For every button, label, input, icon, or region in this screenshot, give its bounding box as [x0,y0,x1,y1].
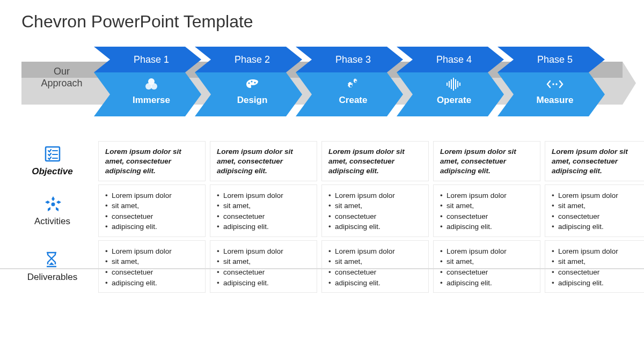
bullet-list: Lorem ipsum dolorsit amet,consectetuerad… [552,190,644,232]
slide-title: Chevron PowerPoint Template [0,0,644,32]
deliverables-cell: Lorem ipsum dolorsit amet,consectetuerad… [545,240,644,293]
bullet-list: Lorem ipsum dolorsit amet,consectetuerad… [552,246,644,288]
svg-point-3 [248,82,250,84]
team-icon [43,195,62,213]
activities-cell: Lorem ipsum dolorsit amet,consectetuerad… [433,184,540,237]
row-label-text: Objective [32,166,73,177]
chevron-diagram: OurApproach Phase 1 Immerse Phase 2 Desi… [0,47,644,123]
objective-cell: Lorem ipsum dolor sit amet, consectetuer… [210,141,317,181]
phase-body: Measure [497,72,605,116]
chevron-phase-3: Phase 3 Create [296,47,403,116]
phase-label: Phase 2 [195,47,302,72]
activities-cell: Lorem ipsum dolorsit amet,consectetuerad… [98,184,206,237]
hourglass-icon [43,250,62,269]
svg-point-16 [555,83,557,85]
bullet-list: Lorem ipsum dolorsit amet,consectetuerad… [328,246,422,288]
bullet-list: Lorem ipsum dolorsit amet,consectetuerad… [105,190,199,232]
svg-point-5 [254,82,255,83]
phase-body: Operate [397,72,504,116]
svg-rect-8 [447,83,448,86]
objective-cell: Lorem ipsum dolor sit amet, consectetuer… [545,141,644,181]
row-label-text: Activities [34,216,70,227]
svg-rect-9 [449,81,450,87]
phase-body: Create [296,72,403,116]
bullet-list: Lorem ipsum dolorsit amet,consectetuerad… [440,246,533,288]
svg-rect-11 [453,78,454,91]
phase-body: Immerse [94,72,201,116]
activities-cell: Lorem ipsum dolorsit amet,consectetuerad… [545,184,644,237]
svg-point-2 [151,83,157,90]
phase-label: Phase 3 [296,47,403,72]
create-icon [303,76,403,93]
deliverables-cell: Lorem ipsum dolorsit amet,consectetuerad… [210,240,317,293]
phase-name: Create [303,95,403,106]
bullet-list: Lorem ipsum dolorsit amet,consectetuerad… [217,246,310,288]
operate-icon [404,76,504,93]
svg-rect-12 [455,79,456,89]
row-label-text: Deliverables [27,272,78,283]
activities-cell: Lorem ipsum dolorsit amet,consectetuerad… [321,184,429,237]
bullet-list: Lorem ipsum dolorsit amet,consectetuerad… [217,190,310,232]
deliverables-cell: Lorem ipsum dolorsit amet,consectetuerad… [98,240,206,293]
phase-name: Measure [505,95,605,106]
chevron-phase-4: Phase 4 Operate [397,47,504,116]
svg-point-21 [51,202,55,206]
svg-rect-10 [451,79,452,89]
svg-rect-13 [457,81,458,87]
phase-name: Design [202,95,302,106]
activities-cell: Lorem ipsum dolorsit amet,consectetuerad… [210,184,317,237]
phase-name: Immerse [101,95,201,106]
row-label-activities: Activities [11,184,94,237]
objective-cell: Lorem ipsum dolor sit amet, consectetuer… [98,141,206,181]
svg-point-4 [251,80,252,82]
chevron-row: Phase 1 Immerse Phase 2 Design Phase 3 [94,47,598,116]
svg-point-7 [350,85,353,87]
chevron-phase-5: Phase 5 Measure [497,47,605,116]
chevron-phase-2: Phase 2 Design [195,47,302,116]
svg-rect-14 [459,83,460,86]
design-icon [202,76,302,93]
phase-label: Phase 5 [497,47,605,72]
row-label-deliverables: Deliverables [11,240,94,293]
deliverables-cell: Lorem ipsum dolorsit amet,consectetuerad… [321,240,429,293]
phase-name: Operate [404,95,504,106]
row-label-objective: Objective [11,141,94,181]
chevron-phase-1: Phase 1 Immerse [94,47,201,116]
bullet-list: Lorem ipsum dolorsit amet,consectetuerad… [440,190,533,232]
phase-label: Phase 4 [397,47,504,72]
deliverables-cell: Lorem ipsum dolorsit amet,consectetuerad… [433,240,540,293]
svg-point-6 [355,80,356,82]
checklist-icon [43,145,62,163]
content-matrix: Objective Lorem ipsum dolor sit amet, co… [0,141,644,293]
immerse-icon [101,76,201,93]
phase-label: Phase 1 [94,47,201,72]
bullet-list: Lorem ipsum dolorsit amet,consectetuerad… [328,190,422,232]
divider [0,268,644,269]
bullet-list: Lorem ipsum dolorsit amet,consectetuerad… [105,246,199,288]
phase-body: Design [195,72,302,116]
svg-point-15 [552,83,554,85]
objective-cell: Lorem ipsum dolor sit amet, consectetuer… [321,141,429,181]
measure-icon [505,76,605,93]
approach-label: OurApproach [32,66,91,89]
objective-cell: Lorem ipsum dolor sit amet, consectetuer… [433,141,540,181]
